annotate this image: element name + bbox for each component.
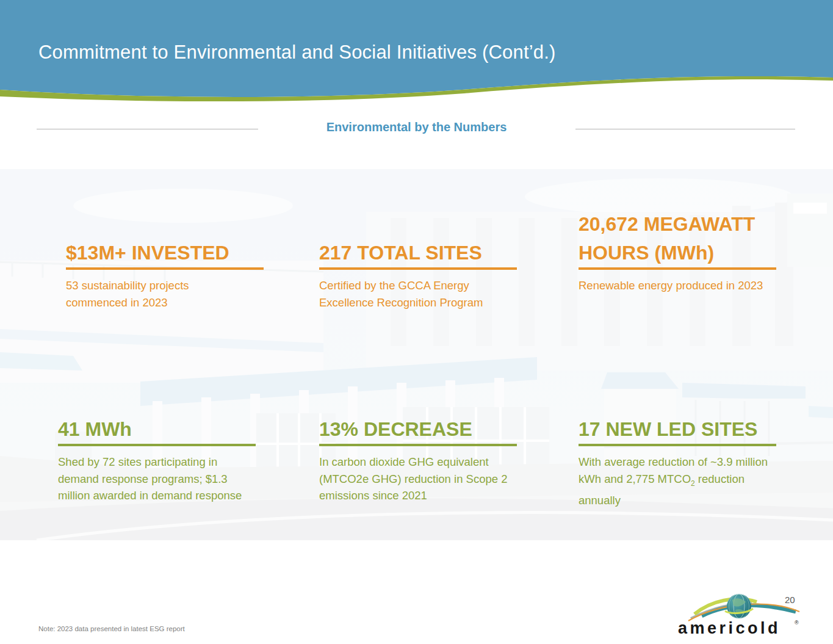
stat-new-led-sites: 17 NEW LED SITES With average reduction … <box>579 413 798 508</box>
stat-description: With average reduction of ~3.9 million k… <box>579 454 798 508</box>
subscript-2: 2 <box>691 479 695 487</box>
slide-title: Commitment to Environmental and Social I… <box>38 42 771 63</box>
stat-ghg-decrease: 13% DECREASE In carbon dioxide GHG equiv… <box>319 413 539 504</box>
stat-invested: $13M+ INVESTED 53 sustainability project… <box>66 210 286 311</box>
stat-description: Certified by the GCCA Energy Excellence … <box>319 277 539 311</box>
stat-value: $13M+ INVESTED <box>66 239 286 267</box>
stat-underline <box>319 444 517 446</box>
stat-value: 17 NEW LED SITES <box>579 415 798 444</box>
stat-value: 20,672 MEGAWATT <box>579 210 798 239</box>
section-heading: Environmental by the Numbers <box>0 120 833 134</box>
stat-total-sites: 217 TOTAL SITES Certified by the GCCA En… <box>319 210 539 311</box>
stat-description: Shed by 72 sites participating in demand… <box>58 454 278 504</box>
stat-value: 13% DECREASE <box>319 415 539 444</box>
stat-description: Renewable energy produced in 2023 <box>579 277 798 294</box>
stat-description: 53 sustainability projects commenced in … <box>66 277 286 311</box>
stat-value: HOURS (MWh) <box>579 239 798 267</box>
americold-logo: americold ® <box>677 593 806 639</box>
stat-megawatt-hours: 20,672 MEGAWATT HOURS (MWh) Renewable en… <box>579 210 798 294</box>
section-divider-right <box>575 129 795 129</box>
stat-underline <box>579 444 776 446</box>
stat-underline <box>579 267 776 270</box>
registered-mark: ® <box>795 620 799 626</box>
stat-value: 41 MWh <box>58 415 278 444</box>
globe-icon <box>727 594 751 618</box>
stat-mwh-shed: 41 MWh Shed by 72 sites participating in… <box>58 413 278 504</box>
stat-underline <box>58 444 256 446</box>
stat-description: In carbon dioxide GHG equivalent (MTCO2e… <box>319 454 539 504</box>
stat-underline <box>66 267 264 270</box>
stat-value: 217 TOTAL SITES <box>319 239 539 267</box>
logo-wordmark: americold <box>678 619 781 637</box>
stat-underline <box>319 267 517 270</box>
footnote: Note: 2023 data presented in latest ESG … <box>38 625 185 632</box>
